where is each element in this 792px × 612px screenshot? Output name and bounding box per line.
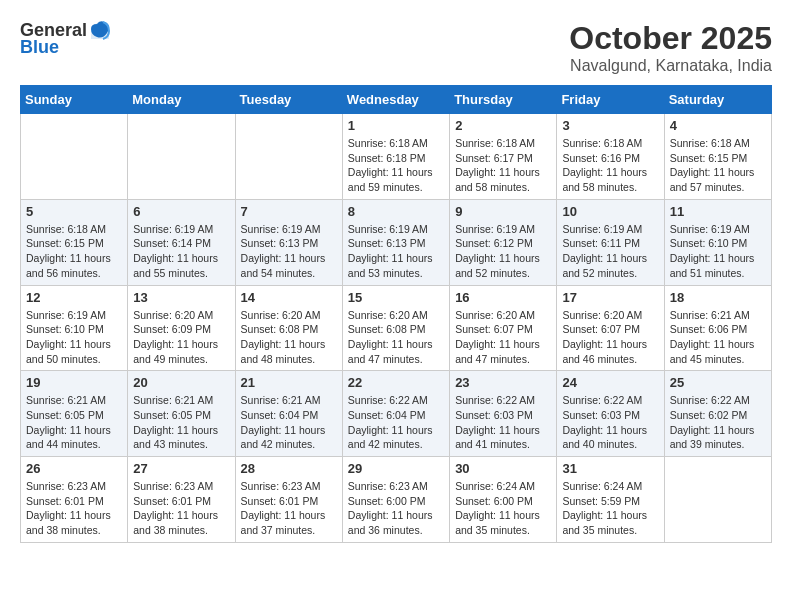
calendar-cell: 15Sunrise: 6:20 AMSunset: 6:08 PMDayligh…	[342, 285, 449, 371]
day-info: Sunrise: 6:21 AMSunset: 6:06 PMDaylight:…	[670, 308, 766, 367]
day-number: 17	[562, 290, 658, 305]
logo-icon	[89, 19, 111, 41]
day-number: 10	[562, 204, 658, 219]
calendar-week-row: 19Sunrise: 6:21 AMSunset: 6:05 PMDayligh…	[21, 371, 772, 457]
calendar-cell: 11Sunrise: 6:19 AMSunset: 6:10 PMDayligh…	[664, 199, 771, 285]
day-info: Sunrise: 6:20 AMSunset: 6:08 PMDaylight:…	[348, 308, 444, 367]
weekday-header: Tuesday	[235, 86, 342, 114]
calendar-cell: 7Sunrise: 6:19 AMSunset: 6:13 PMDaylight…	[235, 199, 342, 285]
calendar-week-row: 1Sunrise: 6:18 AMSunset: 6:18 PMDaylight…	[21, 114, 772, 200]
day-info: Sunrise: 6:21 AMSunset: 6:05 PMDaylight:…	[133, 393, 229, 452]
month-title: October 2025	[569, 20, 772, 57]
calendar-cell	[664, 457, 771, 543]
day-number: 11	[670, 204, 766, 219]
day-number: 18	[670, 290, 766, 305]
day-number: 12	[26, 290, 122, 305]
weekday-header: Friday	[557, 86, 664, 114]
day-number: 13	[133, 290, 229, 305]
day-info: Sunrise: 6:22 AMSunset: 6:04 PMDaylight:…	[348, 393, 444, 452]
day-info: Sunrise: 6:18 AMSunset: 6:17 PMDaylight:…	[455, 136, 551, 195]
day-number: 31	[562, 461, 658, 476]
calendar-table: SundayMondayTuesdayWednesdayThursdayFrid…	[20, 85, 772, 543]
calendar-cell: 22Sunrise: 6:22 AMSunset: 6:04 PMDayligh…	[342, 371, 449, 457]
day-number: 20	[133, 375, 229, 390]
day-info: Sunrise: 6:22 AMSunset: 6:03 PMDaylight:…	[562, 393, 658, 452]
day-info: Sunrise: 6:20 AMSunset: 6:09 PMDaylight:…	[133, 308, 229, 367]
weekday-header: Saturday	[664, 86, 771, 114]
calendar-cell: 12Sunrise: 6:19 AMSunset: 6:10 PMDayligh…	[21, 285, 128, 371]
calendar-cell: 3Sunrise: 6:18 AMSunset: 6:16 PMDaylight…	[557, 114, 664, 200]
calendar-cell: 13Sunrise: 6:20 AMSunset: 6:09 PMDayligh…	[128, 285, 235, 371]
weekday-header-row: SundayMondayTuesdayWednesdayThursdayFrid…	[21, 86, 772, 114]
day-number: 19	[26, 375, 122, 390]
day-info: Sunrise: 6:20 AMSunset: 6:07 PMDaylight:…	[562, 308, 658, 367]
day-number: 14	[241, 290, 337, 305]
weekday-header: Monday	[128, 86, 235, 114]
calendar-cell: 24Sunrise: 6:22 AMSunset: 6:03 PMDayligh…	[557, 371, 664, 457]
day-number: 22	[348, 375, 444, 390]
day-number: 2	[455, 118, 551, 133]
day-info: Sunrise: 6:23 AMSunset: 6:01 PMDaylight:…	[26, 479, 122, 538]
day-number: 1	[348, 118, 444, 133]
page-header: General Blue October 2025 Navalgund, Kar…	[20, 20, 772, 75]
calendar-cell: 9Sunrise: 6:19 AMSunset: 6:12 PMDaylight…	[450, 199, 557, 285]
day-info: Sunrise: 6:19 AMSunset: 6:14 PMDaylight:…	[133, 222, 229, 281]
calendar-week-row: 12Sunrise: 6:19 AMSunset: 6:10 PMDayligh…	[21, 285, 772, 371]
day-info: Sunrise: 6:19 AMSunset: 6:11 PMDaylight:…	[562, 222, 658, 281]
day-info: Sunrise: 6:19 AMSunset: 6:13 PMDaylight:…	[348, 222, 444, 281]
weekday-header: Wednesday	[342, 86, 449, 114]
day-number: 23	[455, 375, 551, 390]
day-number: 4	[670, 118, 766, 133]
day-info: Sunrise: 6:18 AMSunset: 6:16 PMDaylight:…	[562, 136, 658, 195]
day-number: 30	[455, 461, 551, 476]
calendar-cell: 26Sunrise: 6:23 AMSunset: 6:01 PMDayligh…	[21, 457, 128, 543]
calendar-cell: 25Sunrise: 6:22 AMSunset: 6:02 PMDayligh…	[664, 371, 771, 457]
calendar-cell	[235, 114, 342, 200]
day-number: 21	[241, 375, 337, 390]
calendar-cell: 30Sunrise: 6:24 AMSunset: 6:00 PMDayligh…	[450, 457, 557, 543]
day-number: 26	[26, 461, 122, 476]
calendar-cell: 21Sunrise: 6:21 AMSunset: 6:04 PMDayligh…	[235, 371, 342, 457]
day-info: Sunrise: 6:19 AMSunset: 6:10 PMDaylight:…	[26, 308, 122, 367]
calendar-cell: 17Sunrise: 6:20 AMSunset: 6:07 PMDayligh…	[557, 285, 664, 371]
day-info: Sunrise: 6:21 AMSunset: 6:05 PMDaylight:…	[26, 393, 122, 452]
calendar-cell: 18Sunrise: 6:21 AMSunset: 6:06 PMDayligh…	[664, 285, 771, 371]
day-info: Sunrise: 6:18 AMSunset: 6:15 PMDaylight:…	[670, 136, 766, 195]
day-number: 6	[133, 204, 229, 219]
day-info: Sunrise: 6:19 AMSunset: 6:12 PMDaylight:…	[455, 222, 551, 281]
day-number: 28	[241, 461, 337, 476]
location-title: Navalgund, Karnataka, India	[569, 57, 772, 75]
day-info: Sunrise: 6:20 AMSunset: 6:07 PMDaylight:…	[455, 308, 551, 367]
calendar-cell: 6Sunrise: 6:19 AMSunset: 6:14 PMDaylight…	[128, 199, 235, 285]
calendar-cell: 10Sunrise: 6:19 AMSunset: 6:11 PMDayligh…	[557, 199, 664, 285]
day-info: Sunrise: 6:22 AMSunset: 6:03 PMDaylight:…	[455, 393, 551, 452]
day-number: 5	[26, 204, 122, 219]
day-info: Sunrise: 6:21 AMSunset: 6:04 PMDaylight:…	[241, 393, 337, 452]
day-info: Sunrise: 6:24 AMSunset: 5:59 PMDaylight:…	[562, 479, 658, 538]
day-info: Sunrise: 6:22 AMSunset: 6:02 PMDaylight:…	[670, 393, 766, 452]
calendar-cell: 27Sunrise: 6:23 AMSunset: 6:01 PMDayligh…	[128, 457, 235, 543]
day-number: 27	[133, 461, 229, 476]
day-info: Sunrise: 6:18 AMSunset: 6:15 PMDaylight:…	[26, 222, 122, 281]
calendar-cell: 4Sunrise: 6:18 AMSunset: 6:15 PMDaylight…	[664, 114, 771, 200]
day-number: 25	[670, 375, 766, 390]
weekday-header: Sunday	[21, 86, 128, 114]
logo-text-blue: Blue	[20, 37, 59, 58]
day-number: 8	[348, 204, 444, 219]
calendar-cell: 2Sunrise: 6:18 AMSunset: 6:17 PMDaylight…	[450, 114, 557, 200]
calendar-cell: 8Sunrise: 6:19 AMSunset: 6:13 PMDaylight…	[342, 199, 449, 285]
day-number: 7	[241, 204, 337, 219]
day-info: Sunrise: 6:23 AMSunset: 6:01 PMDaylight:…	[241, 479, 337, 538]
calendar-week-row: 26Sunrise: 6:23 AMSunset: 6:01 PMDayligh…	[21, 457, 772, 543]
day-number: 3	[562, 118, 658, 133]
calendar-cell: 23Sunrise: 6:22 AMSunset: 6:03 PMDayligh…	[450, 371, 557, 457]
calendar-cell: 31Sunrise: 6:24 AMSunset: 5:59 PMDayligh…	[557, 457, 664, 543]
day-info: Sunrise: 6:24 AMSunset: 6:00 PMDaylight:…	[455, 479, 551, 538]
calendar-cell: 29Sunrise: 6:23 AMSunset: 6:00 PMDayligh…	[342, 457, 449, 543]
day-number: 16	[455, 290, 551, 305]
calendar-cell: 14Sunrise: 6:20 AMSunset: 6:08 PMDayligh…	[235, 285, 342, 371]
title-section: October 2025 Navalgund, Karnataka, India	[569, 20, 772, 75]
day-info: Sunrise: 6:19 AMSunset: 6:13 PMDaylight:…	[241, 222, 337, 281]
logo: General Blue	[20, 20, 111, 58]
day-info: Sunrise: 6:20 AMSunset: 6:08 PMDaylight:…	[241, 308, 337, 367]
